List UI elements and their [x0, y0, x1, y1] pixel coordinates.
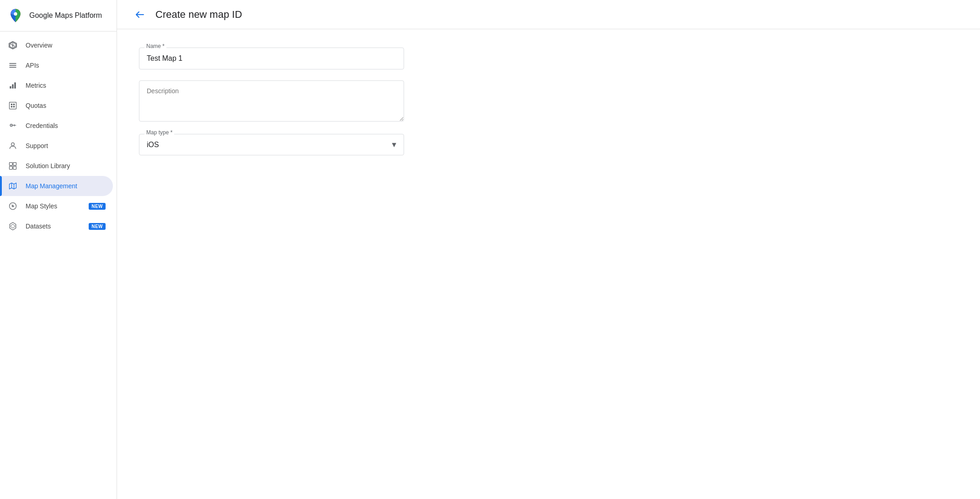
sidebar-nav: Overview APIs Metrics [0, 32, 117, 240]
quotas-icon [7, 100, 18, 111]
sidebar-item-label-quotas: Quotas [26, 102, 106, 109]
back-button[interactable] [132, 6, 148, 23]
map-type-select[interactable]: JavaScript Android iOS [139, 134, 404, 155]
datasets-icon [7, 221, 18, 232]
svg-rect-6 [10, 63, 16, 64]
sidebar-item-overview[interactable]: Overview [0, 35, 113, 55]
svg-rect-13 [11, 104, 12, 105]
svg-line-5 [14, 46, 15, 47]
page-title: Create new map ID [155, 9, 242, 21]
sidebar-item-datasets[interactable]: Datasets NEW [0, 216, 113, 236]
name-field-wrapper: Name [139, 48, 506, 69]
map-type-label: Map type [144, 129, 174, 136]
datasets-badge: NEW [89, 223, 106, 230]
svg-point-0 [14, 12, 17, 16]
sidebar-item-map-management[interactable]: Map Management [0, 176, 113, 196]
back-arrow-icon [134, 9, 145, 20]
map-management-icon [7, 180, 18, 191]
sidebar-item-quotas[interactable]: Quotas [0, 96, 113, 116]
svg-rect-21 [13, 163, 16, 166]
main-header: Create new map ID [117, 0, 980, 29]
sidebar-item-label-apis: APIs [26, 62, 106, 69]
svg-marker-29 [11, 224, 15, 228]
map-styles-icon [7, 201, 18, 212]
svg-rect-11 [14, 82, 16, 88]
sidebar-item-map-styles[interactable]: Map Styles NEW [0, 196, 113, 216]
svg-rect-16 [13, 106, 15, 107]
sidebar-item-metrics[interactable]: Metrics [0, 75, 113, 96]
sidebar-item-label-map-management: Map Management [26, 182, 106, 190]
overview-icon [7, 40, 18, 51]
map-type-field-wrapper: Map type JavaScript Android iOS ▼ [139, 134, 506, 155]
sidebar-item-label-datasets: Datasets [26, 223, 81, 230]
name-input[interactable] [139, 48, 404, 69]
support-icon [7, 140, 18, 151]
main-content: Create new map ID Name Map type JavaScri… [117, 0, 980, 499]
svg-rect-8 [10, 67, 16, 68]
form-area: Name Map type JavaScript Android iOS ▼ [117, 29, 528, 185]
description-input[interactable] [139, 80, 404, 122]
sidebar-item-label-support: Support [26, 142, 106, 149]
svg-rect-15 [11, 106, 12, 107]
svg-rect-10 [12, 85, 13, 89]
map-styles-badge: NEW [89, 203, 106, 210]
sidebar: Google Maps Platform Overview [0, 0, 117, 499]
sidebar-item-support[interactable]: Support [0, 136, 113, 156]
sidebar-item-label-credentials: Credentials [26, 122, 106, 129]
svg-rect-22 [10, 166, 13, 170]
sidebar-item-label-map-styles: Map Styles [26, 202, 81, 210]
map-type-select-wrapper: JavaScript Android iOS ▼ [139, 134, 404, 155]
sidebar-item-label-solution-library: Solution Library [26, 162, 106, 170]
sidebar-item-apis[interactable]: APIs [0, 55, 113, 75]
credentials-icon [7, 120, 18, 131]
google-maps-logo [7, 7, 24, 24]
solution-library-icon [7, 160, 18, 171]
name-label: Name [144, 43, 166, 49]
svg-rect-20 [10, 163, 13, 166]
sidebar-app-title: Google Maps Platform [29, 11, 102, 21]
svg-rect-23 [13, 166, 16, 170]
sidebar-item-label-metrics: Metrics [26, 82, 106, 89]
svg-rect-14 [13, 104, 15, 105]
sidebar-header: Google Maps Platform [0, 0, 117, 32]
svg-line-4 [11, 44, 12, 45]
svg-point-18 [11, 125, 12, 126]
svg-point-19 [11, 143, 15, 146]
metrics-icon [7, 80, 18, 91]
svg-rect-9 [10, 86, 11, 89]
sidebar-item-label-overview: Overview [26, 42, 106, 49]
svg-rect-7 [10, 65, 16, 66]
description-field-wrapper [139, 80, 506, 123]
svg-rect-12 [10, 102, 16, 109]
apis-icon [7, 60, 18, 71]
sidebar-item-solution-library[interactable]: Solution Library [0, 156, 113, 176]
svg-point-1 [12, 44, 13, 46]
sidebar-item-credentials[interactable]: Credentials [0, 116, 113, 136]
